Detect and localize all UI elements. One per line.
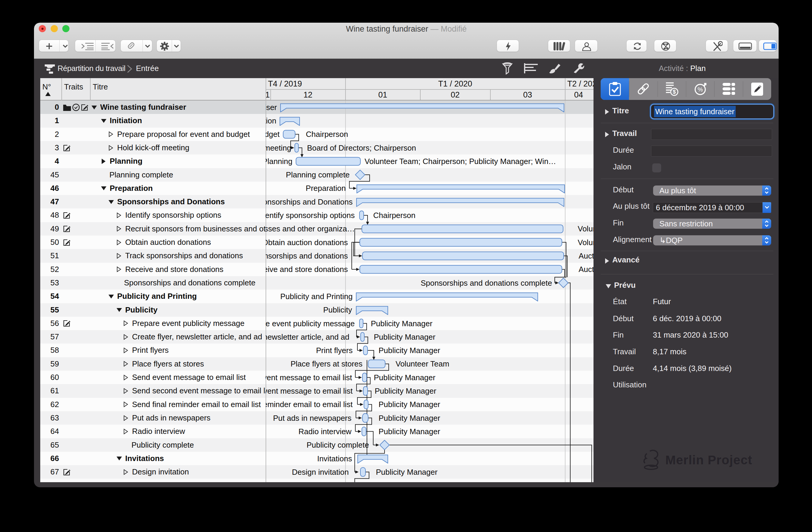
- svg-text:Invitations: Invitations: [317, 454, 352, 463]
- svg-text:Prepare proposal for event and: Prepare proposal for event and budget: [265, 130, 280, 139]
- svg-text:Publicity complete: Publicity complete: [306, 441, 369, 449]
- svg-text:Publicity Manager: Publicity Manager: [374, 332, 435, 342]
- svg-text:Planning complete: Planning complete: [286, 170, 350, 179]
- svg-text:Design invitation: Design invitation: [292, 468, 349, 476]
- svg-text:Volunteer Team: Volunteer Team: [578, 238, 594, 247]
- svg-text:Chairperson: Chairperson: [306, 130, 348, 139]
- svg-text:Create flyer, newsletter artic: Create flyer, newsletter article, and ad: [265, 332, 349, 342]
- svg-text:Publicity Manager: Publicity Manager: [376, 468, 438, 476]
- svg-text:Prepare event publicity messag: Prepare event publicity message: [265, 319, 355, 328]
- svg-text:Volunteer Team: Volunteer Team: [395, 359, 449, 368]
- svg-text:Hold kick-off meeting: Hold kick-off meeting: [265, 143, 291, 153]
- svg-text:T1 / 2020: T1 / 2020: [438, 79, 472, 88]
- svg-text:Send second event message to e: Send second event message to email list: [265, 387, 353, 396]
- svg-text:11: 11: [265, 90, 270, 99]
- svg-text:Radio interview: Radio interview: [299, 427, 351, 436]
- svg-text:Planning: Planning: [265, 157, 292, 166]
- svg-text:01: 01: [378, 90, 387, 99]
- svg-text:Initiation: Initiation: [265, 116, 276, 125]
- svg-text:Obtain auction donations: Obtain auction donations: [265, 238, 348, 247]
- svg-text:Publicity Manager: Publicity Manager: [379, 400, 440, 409]
- svg-text:T4 / 2019: T4 / 2019: [268, 79, 302, 88]
- svg-text:Place flyers at stores: Place flyers at stores: [291, 359, 362, 368]
- svg-text:Recruit sponsors from business: Recruit sponsors from businesses and oth…: [265, 224, 355, 233]
- svg-text:Volunteer Team; Chairperson; P: Volunteer Team; Chairperson; Publicity M…: [365, 157, 556, 166]
- svg-text:Publicity: Publicity: [323, 305, 352, 314]
- svg-text:Put ads in newspapers: Put ads in newspapers: [273, 414, 351, 422]
- svg-text:Publicity Manager: Publicity Manager: [371, 319, 433, 328]
- svg-text:Sponsorships and donations com: Sponsorships and donations complete: [421, 278, 552, 287]
- svg-text:Print flyers: Print flyers: [316, 346, 353, 355]
- svg-text:02: 02: [451, 90, 460, 99]
- svg-text:T2 / 2020: T2 / 2020: [567, 79, 594, 88]
- svg-text:Auction Team: Auction Team: [579, 265, 594, 274]
- svg-text:Publicity and Printing: Publicity and Printing: [280, 292, 353, 301]
- svg-text:Chairperson: Chairperson: [373, 211, 416, 220]
- svg-text:04: 04: [574, 90, 583, 99]
- svg-text:Publicity Manager: Publicity Manager: [379, 427, 440, 436]
- svg-text:Board of Directors; Chairperso: Board of Directors; Chairperson: [307, 143, 416, 153]
- svg-text:Preparation: Preparation: [306, 184, 346, 193]
- svg-text:%: %: [697, 86, 703, 93]
- svg-text:Send event message to email li: Send event message to email list: [265, 373, 352, 382]
- svg-text:Identify sponsorship options: Identify sponsorship options: [265, 211, 355, 220]
- svg-text:Track sponsorships and donatio: Track sponsorships and donations: [265, 251, 348, 260]
- svg-text:Publicity Manager: Publicity Manager: [379, 414, 440, 422]
- svg-text:Send final reminder email to e: Send final reminder email to email list: [265, 400, 353, 409]
- svg-text:Wine tasting fundraiser: Wine tasting fundraiser: [265, 103, 277, 112]
- svg-text:Volunteer Team; Auction Team: Volunteer Team; Auction Team: [578, 224, 594, 233]
- svg-text:Sponsorships and Donations: Sponsorships and Donations: [265, 198, 353, 206]
- svg-text:Receive and store donations: Receive and store donations: [265, 265, 348, 274]
- svg-text:Publicity Manager: Publicity Manager: [375, 387, 436, 396]
- svg-text:Publicity Manager: Publicity Manager: [374, 373, 435, 382]
- svg-text:03: 03: [523, 90, 532, 99]
- svg-text:Auction Team: Auction Team: [579, 251, 594, 260]
- svg-text:$: $: [673, 89, 676, 95]
- svg-text:12: 12: [303, 90, 313, 99]
- svg-text:Publicity Manager: Publicity Manager: [379, 346, 440, 355]
